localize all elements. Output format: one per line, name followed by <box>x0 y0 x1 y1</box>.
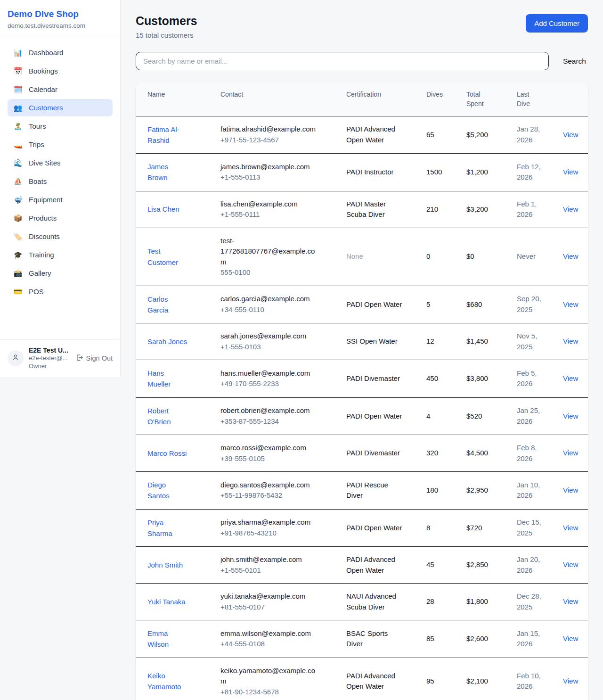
customer-total-spent: $520 <box>466 411 505 422</box>
sidebar-item-customers[interactable]: 👥 Customers <box>8 99 113 116</box>
view-customer-link[interactable]: View <box>563 411 582 422</box>
customer-certification: BSAC Sports Diver <box>346 628 403 650</box>
sidebar-item-trips[interactable]: 🚤 Trips <box>8 136 113 153</box>
view-customer-link[interactable]: View <box>563 130 582 140</box>
view-customer-link[interactable]: View <box>563 523 582 534</box>
sidebar-item-pos[interactable]: 💳 POS <box>8 283 113 300</box>
customer-last-dive: Feb 8, 2026 <box>517 443 546 464</box>
customer-name-link[interactable]: Marco Rossi <box>147 448 188 459</box>
customer-email: test-1772681807767@example.com <box>220 236 320 268</box>
customer-last-dive: Jan 28, 2026 <box>517 124 546 145</box>
user-box: E2E Test U... e2e-tester@... Owner Sign … <box>0 339 120 377</box>
customer-certification: PADI Divemaster <box>346 448 403 459</box>
view-customer-link[interactable]: View <box>563 560 582 570</box>
customer-last-dive: Feb 12, 2026 <box>517 162 546 183</box>
sidebar-item-tours[interactable]: 🏝️ Tours <box>8 117 113 135</box>
customer-last-dive: Nov 5, 2025 <box>517 331 546 352</box>
view-customer-link[interactable]: View <box>563 336 582 347</box>
sidebar-nav: 📊 Dashboard 📅 Bookings 🗓️ Calendar 👥 Cus… <box>0 37 120 305</box>
customer-name-link[interactable]: Hans Mueller <box>147 368 188 390</box>
customer-email: fatima.alrashid@example.com <box>220 124 320 135</box>
customer-total-spent: $1,200 <box>466 167 505 178</box>
customer-name-link[interactable]: James Brown <box>147 161 188 183</box>
table-row: Lisa Chen lisa.chen@example.com +1-555-0… <box>136 191 588 228</box>
customers-icon: 👥 <box>13 104 23 111</box>
sidebar-item-gallery[interactable]: 📸 Gallery <box>8 264 113 282</box>
search-button[interactable]: Search <box>561 57 588 66</box>
page-title: Customers <box>136 14 197 28</box>
gallery-icon: 📸 <box>13 270 23 277</box>
customer-name-link[interactable]: Sarah Jones <box>147 336 188 347</box>
customer-name-link[interactable]: John Smith <box>147 560 188 570</box>
view-customer-link[interactable]: View <box>563 676 582 687</box>
customer-phone: +49-170-555-2233 <box>220 379 335 389</box>
customer-phone: 555-0100 <box>220 267 335 278</box>
customer-name-link[interactable]: Lisa Chen <box>147 204 188 214</box>
view-customer-link[interactable]: View <box>563 299 582 310</box>
customer-total-spent: $680 <box>466 299 505 310</box>
column-header-certification: Certification <box>341 82 421 116</box>
pos-icon: 💳 <box>13 288 23 295</box>
customer-phone: +1-555-0113 <box>220 172 335 183</box>
customer-total-spent: $720 <box>466 523 505 534</box>
customer-name-link[interactable]: Keiko Yamamoto <box>147 670 188 692</box>
customer-phone: +81-90-1234-5678 <box>220 687 335 698</box>
customer-certification: PADI Open Water <box>346 299 403 310</box>
view-customer-link[interactable]: View <box>563 373 582 384</box>
add-customer-button[interactable]: Add Customer <box>526 14 588 33</box>
sidebar: Demo Dive Shop demo.test.divestreams.com… <box>0 0 121 377</box>
customer-dives: 5 <box>426 299 455 310</box>
main-content: Customers 15 total customers Add Custome… <box>121 0 603 700</box>
sidebar-item-dashboard[interactable]: 📊 Dashboard <box>8 44 113 61</box>
sign-out-label: Sign Out <box>86 354 113 362</box>
customer-email: yuki.tanaka@example.com <box>220 591 320 602</box>
sidebar-item-equipment[interactable]: 🤿 Equipment <box>8 191 113 208</box>
sidebar-item-bookings[interactable]: 📅 Bookings <box>8 62 113 80</box>
table-row: Keiko Yamamoto keiko.yamamoto@example.co… <box>136 658 588 700</box>
view-customer-link[interactable]: View <box>563 596 582 607</box>
sidebar-item-label: Calendar <box>29 85 57 93</box>
sidebar-item-discounts[interactable]: 🏷️ Discounts <box>8 228 113 245</box>
customer-name-link[interactable]: Priya Sharma <box>147 517 188 539</box>
customer-email: emma.wilson@example.com <box>220 628 320 639</box>
sidebar-item-boats[interactable]: ⛵ Boats <box>8 173 113 190</box>
sidebar-item-products[interactable]: 📦 Products <box>8 209 113 227</box>
avatar <box>8 350 24 366</box>
sidebar-item-label: Training <box>29 251 54 259</box>
view-customer-link[interactable]: View <box>563 204 582 215</box>
customer-name-link[interactable]: Robert O'Brien <box>147 405 188 428</box>
search-row: Search <box>136 52 588 70</box>
customer-name-link[interactable]: Fatima Al-Rashid <box>147 124 188 146</box>
customer-total-spent: $3,200 <box>466 204 505 215</box>
view-customer-link[interactable]: View <box>563 448 582 459</box>
sidebar-item-label: POS <box>29 288 44 296</box>
sidebar-item-label: Gallery <box>29 269 51 277</box>
bookings-icon: 📅 <box>13 67 23 74</box>
sidebar-item-calendar[interactable]: 🗓️ Calendar <box>8 81 113 98</box>
customer-last-dive: Sep 20, 2025 <box>517 294 546 315</box>
view-customer-link[interactable]: View <box>563 485 582 496</box>
customer-name-link[interactable]: Emma Wilson <box>147 628 188 650</box>
customer-name-link[interactable]: Test Customer <box>147 246 188 268</box>
view-customer-link[interactable]: View <box>563 167 582 178</box>
sidebar-item-training[interactable]: 🎓 Training <box>8 246 113 264</box>
table-row: John Smith john.smith@example.com +1-555… <box>136 547 588 584</box>
tours-icon: 🏝️ <box>13 123 23 130</box>
search-input[interactable] <box>136 52 549 70</box>
table-row: Yuki Tanaka yuki.tanaka@example.com +81-… <box>136 584 588 620</box>
table-row: Sarah Jones sarah.jones@example.com +1-5… <box>136 323 588 360</box>
customer-name-link[interactable]: Carlos Garcia <box>147 294 188 316</box>
customer-phone: +91-98765-43210 <box>220 528 335 539</box>
customer-dives: 28 <box>426 596 455 607</box>
view-customer-link[interactable]: View <box>563 251 582 262</box>
total-customers-count: 15 total customers <box>136 31 197 39</box>
customer-name-link[interactable]: Diego Santos <box>147 479 188 502</box>
brand-title: Demo Dive Shop <box>8 8 113 20</box>
customer-email: james.brown@example.com <box>220 162 320 173</box>
sign-out-button[interactable]: Sign Out <box>75 354 113 363</box>
column-header-last-dive: Last Dive <box>511 82 557 116</box>
sidebar-item-dive-sites[interactable]: 🌊 Dive Sites <box>8 154 113 172</box>
customer-name-link[interactable]: Yuki Tanaka <box>147 596 188 607</box>
customer-total-spent: $1,450 <box>466 336 505 347</box>
view-customer-link[interactable]: View <box>563 634 582 644</box>
